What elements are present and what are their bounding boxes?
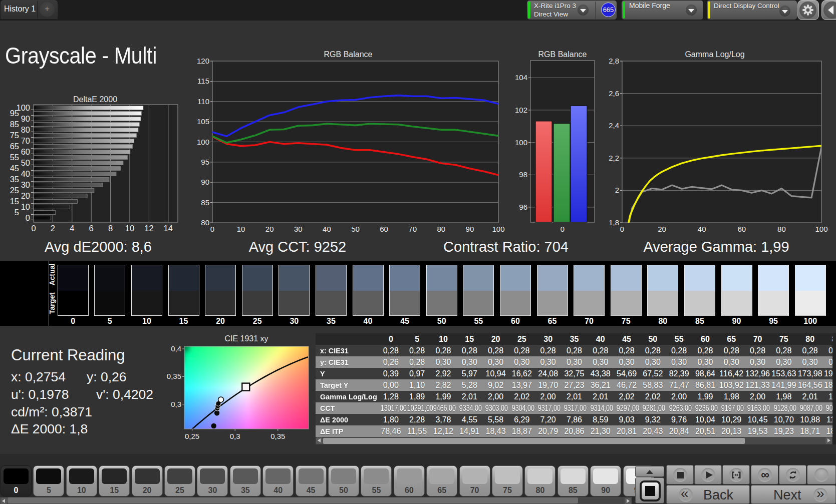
svg-text:70: 70 (21, 136, 30, 145)
svg-text:30: 30 (21, 180, 30, 189)
svg-text:95: 95 (201, 158, 209, 166)
svg-text:60: 60 (737, 225, 746, 233)
svg-text:10: 10 (21, 202, 30, 211)
svg-text:50: 50 (351, 225, 360, 233)
svg-text:40: 40 (323, 225, 331, 233)
svg-text:CIE 1931 xy: CIE 1931 xy (224, 334, 268, 343)
svg-text:0,3: 0,3 (171, 400, 181, 408)
svg-text:100: 100 (197, 138, 209, 146)
svg-text:0,25: 0,25 (185, 432, 199, 440)
svg-text:0: 0 (620, 225, 624, 233)
svg-text:14: 14 (164, 224, 173, 233)
svg-text:DeltaE 2000: DeltaE 2000 (73, 95, 117, 104)
svg-text:Gamma Log/Log: Gamma Log/Log (685, 50, 744, 59)
svg-text:8: 8 (108, 224, 113, 233)
svg-text:20: 20 (265, 225, 274, 233)
svg-text:6: 6 (89, 224, 94, 233)
svg-text:5: 5 (15, 208, 19, 217)
svg-text:2,6: 2,6 (609, 89, 619, 98)
svg-text:4: 4 (70, 224, 74, 233)
svg-text:95: 95 (10, 109, 19, 118)
svg-text:50: 50 (21, 158, 30, 167)
svg-text:104: 104 (515, 73, 527, 82)
svg-text:45: 45 (10, 164, 19, 173)
svg-text:100: 100 (492, 225, 504, 233)
svg-text:90: 90 (21, 114, 30, 123)
svg-text:90: 90 (201, 178, 209, 186)
svg-text:25: 25 (10, 186, 19, 195)
svg-text:80: 80 (201, 218, 209, 227)
svg-text:70: 70 (408, 225, 417, 233)
svg-text:12: 12 (144, 224, 153, 233)
svg-text:115: 115 (197, 77, 209, 85)
svg-text:RGB Balance: RGB Balance (324, 50, 373, 59)
svg-text:60: 60 (380, 225, 388, 233)
svg-text:0,4: 0,4 (171, 344, 181, 353)
svg-text:0,35: 0,35 (167, 372, 181, 380)
svg-text:0: 0 (210, 225, 214, 233)
svg-text:102: 102 (515, 106, 527, 114)
svg-text:2: 2 (51, 224, 55, 233)
svg-text:1,8: 1,8 (609, 218, 619, 227)
svg-text:0,35: 0,35 (270, 432, 285, 440)
svg-text:65: 65 (10, 142, 19, 151)
svg-text:2,2: 2,2 (609, 154, 619, 162)
svg-text:80: 80 (437, 225, 445, 233)
svg-text:120: 120 (197, 57, 209, 65)
svg-text:80: 80 (777, 225, 786, 233)
svg-text:100: 100 (515, 138, 527, 147)
svg-text:75: 75 (10, 131, 19, 140)
svg-text:85: 85 (10, 120, 19, 129)
svg-text:90: 90 (466, 225, 474, 233)
svg-text:55: 55 (10, 153, 19, 162)
svg-text:40: 40 (21, 169, 30, 178)
svg-text:96: 96 (519, 203, 527, 211)
svg-text:98: 98 (519, 170, 527, 179)
svg-text:110: 110 (197, 97, 209, 106)
svg-text:80: 80 (21, 125, 30, 134)
svg-text:0,3: 0,3 (230, 432, 240, 440)
svg-text:105: 105 (197, 117, 209, 126)
svg-text:RGB Balance: RGB Balance (538, 50, 587, 59)
svg-text:40: 40 (698, 225, 706, 233)
svg-text:2,8: 2,8 (609, 57, 619, 65)
svg-text:30: 30 (294, 225, 303, 233)
svg-text:20: 20 (21, 191, 30, 200)
svg-text:60: 60 (21, 147, 30, 156)
svg-text:35: 35 (10, 175, 19, 184)
svg-text:0: 0 (561, 225, 565, 233)
svg-text:85: 85 (201, 198, 209, 207)
svg-text:100: 100 (815, 225, 827, 233)
svg-text:15: 15 (10, 197, 19, 206)
svg-text:0: 0 (31, 224, 36, 233)
svg-text:2,4: 2,4 (609, 121, 619, 130)
svg-text:10: 10 (237, 225, 245, 233)
svg-text:2: 2 (615, 186, 619, 194)
svg-text:20: 20 (658, 225, 666, 233)
svg-text:10: 10 (125, 224, 134, 233)
svg-text:0: 0 (26, 213, 30, 222)
